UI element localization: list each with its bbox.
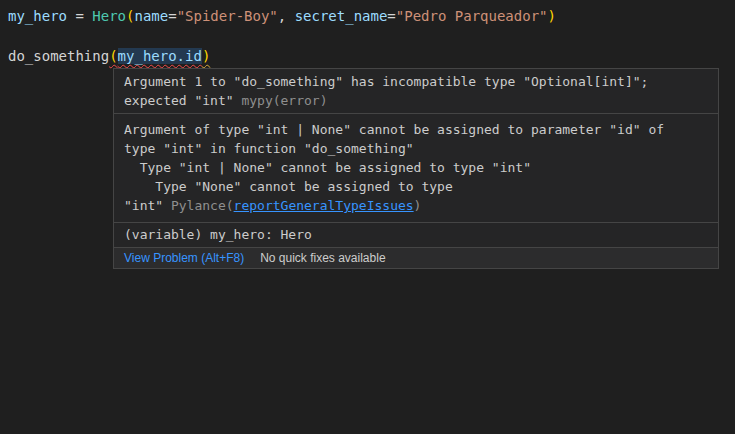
variable-info-line: (variable) my_hero: Hero [124,225,708,244]
diagnostic-text: expected "int" [124,93,241,108]
variable-info-text: (variable) my_hero: Hero [124,227,312,242]
code-token: , [278,8,295,24]
code-token: "Spider-Boy" [177,8,278,24]
code-token: "Pedro Parqueador" [396,8,548,24]
code-token: ) [202,48,210,64]
code-token: = [387,8,395,24]
diagnostic-text: Type "int | None" cannot be assigned to … [124,160,531,175]
diagnostic-source: ) [414,198,422,213]
no-quick-fixes-label: No quick fixes available [260,251,385,265]
hover-diagnostics-tooltip: Argument 1 to "do_something" has incompa… [113,68,719,269]
code-line-3: do_something(my_hero.id) [8,46,556,66]
code-editor[interactable]: my_hero = Hero(name="Spider-Boy", secret… [0,0,735,434]
diagnostic-line: type "int" in function "do_something" [124,139,708,158]
tooltip-section-pylance: Argument of type "int | None" cannot be … [114,114,718,222]
view-problem-link[interactable]: View Problem (Alt+F8) [124,251,244,265]
diagnostic-source: Pylance( [171,198,234,213]
diagnostic-text: Argument 1 to "do_something" has incompa… [124,74,648,89]
hovered-symbol[interactable]: my_hero.id [118,48,202,64]
code-token: secret_name [295,8,388,24]
code-token: ) [548,8,556,24]
code-token: name [134,8,168,24]
tooltip-section-mypy: Argument 1 to "do_something" has incompa… [114,69,718,113]
report-general-type-issues-link[interactable]: reportGeneralTypeIssues [234,198,414,213]
code-line-2-blank [8,26,556,46]
diagnostic-line: expected "int" mypy(error) [124,91,708,110]
diagnostic-line: Argument 1 to "do_something" has incompa… [124,72,708,91]
code-token: = [168,8,176,24]
tooltip-status-bar: View Problem (Alt+F8) No quick fixes ava… [114,247,718,268]
diagnostic-text: "int" [124,198,171,213]
tooltip-section-variable-info: (variable) my_hero: Hero [114,223,718,247]
diagnostic-text: Type "None" cannot be assigned to type [124,179,453,194]
diagnostic-line: Type "int | None" cannot be assigned to … [124,158,708,177]
diagnostic-line: Argument of type "int | None" cannot be … [124,120,708,139]
diagnostic-line: "int" Pylance(reportGeneralTypeIssues) [124,196,708,215]
code-token: do_something [8,48,109,64]
code-lines: my_hero = Hero(name="Spider-Boy", secret… [8,6,556,66]
diagnostic-line: Type "None" cannot be assigned to type [124,177,708,196]
diagnostic-text: Argument of type "int | None" cannot be … [124,122,664,137]
code-token: my_hero [8,8,67,24]
diagnostic-text: type "int" in function "do_something" [124,141,414,156]
diagnostic-source: mypy(error) [241,93,327,108]
code-token: = [67,8,92,24]
code-token: Hero [92,8,126,24]
code-token: ( [109,48,117,64]
code-line-1: my_hero = Hero(name="Spider-Boy", secret… [8,6,556,26]
